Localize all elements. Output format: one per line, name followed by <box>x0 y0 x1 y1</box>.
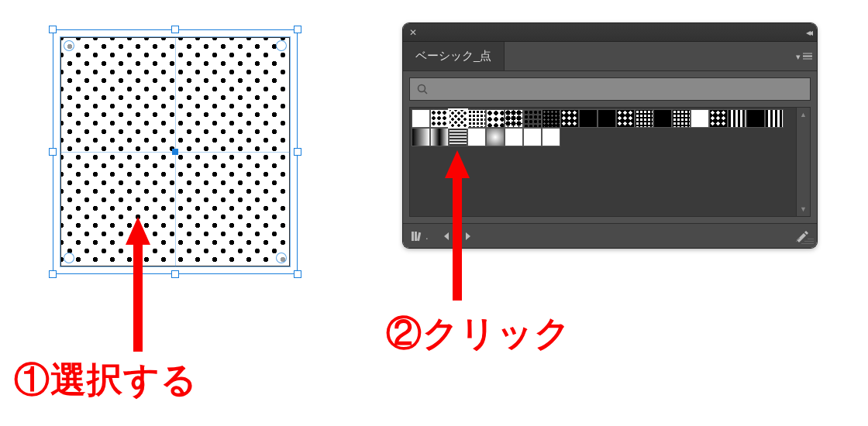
resize-handle-bl[interactable] <box>49 270 57 278</box>
resize-handle-b[interactable] <box>171 270 179 278</box>
swatch-dot-staggered-small[interactable] <box>449 109 467 128</box>
menu-triangle-icon: ▾ <box>796 51 801 61</box>
swatch-stripe-vertical[interactable] <box>728 109 746 128</box>
svg-point-0 <box>418 85 425 92</box>
dropdown-caret-icon: . <box>425 230 429 242</box>
svg-marker-6 <box>466 232 470 240</box>
swatch-gradient-lr[interactable] <box>412 128 430 146</box>
swatch-inverse-dot-large[interactable] <box>616 109 635 128</box>
swatch-dot-sparse[interactable] <box>430 109 449 128</box>
annotation-label-2: ②クリック <box>386 310 571 358</box>
swatch-white-2[interactable] <box>691 109 709 128</box>
resize-handle-l[interactable] <box>49 148 57 156</box>
panel-body: ▲ ▼ <box>403 71 817 223</box>
svg-marker-5 <box>444 232 449 240</box>
swatch-dot-on-black-small[interactable] <box>542 109 560 128</box>
swatch-gradient-center[interactable] <box>430 128 449 146</box>
swatch-black-2[interactable] <box>598 109 616 128</box>
swatch-dot-heavy[interactable] <box>505 109 523 128</box>
swatch-horizontal-lines[interactable] <box>449 128 467 146</box>
svg-rect-4 <box>417 232 421 240</box>
swatch-dot-dark[interactable] <box>523 109 542 128</box>
swatch-inverse-dense[interactable] <box>672 109 691 128</box>
panel-tabbar: ベーシック_点 ▾ <box>403 42 817 71</box>
resize-handle-t[interactable] <box>171 26 179 33</box>
resize-handle-tl[interactable] <box>49 26 57 33</box>
prev-swatch-icon <box>443 232 450 241</box>
resize-handle-r[interactable] <box>294 148 301 156</box>
swatch-dot-dense[interactable] <box>467 109 486 128</box>
resize-handle-tr[interactable] <box>294 26 301 33</box>
svg-rect-2 <box>412 232 414 241</box>
panel-footer: . <box>403 223 817 248</box>
swatch-inverse-heavy[interactable] <box>709 109 728 128</box>
swatch-dot-large[interactable] <box>486 109 505 128</box>
panel-titlebar[interactable]: ✕ ◂◂ <box>403 23 817 42</box>
swatch-black-3[interactable] <box>653 109 672 128</box>
library-icon <box>411 230 425 242</box>
collapse-icon[interactable]: ◂◂ <box>806 27 811 38</box>
resize-handle-br[interactable] <box>294 270 301 278</box>
tab-label: ベーシック_点 <box>415 49 491 64</box>
swatch-gradient-radial[interactable] <box>486 128 505 146</box>
annotation-label-1: ①選択する <box>14 356 198 404</box>
swatch-blank-2[interactable] <box>523 128 542 146</box>
canvas <box>53 29 298 274</box>
next-swatch-icon <box>464 232 472 241</box>
tab-basic-dots[interactable]: ベーシック_点 <box>403 42 505 70</box>
search-input[interactable] <box>433 83 804 95</box>
swatch-inverse-dot-small[interactable] <box>635 109 653 128</box>
swatch-search[interactable] <box>409 77 811 101</box>
next-swatch-button[interactable] <box>464 232 472 241</box>
swatch-gradient-white[interactable] <box>467 128 486 146</box>
swatches-panel: ✕ ◂◂ ベーシック_点 ▾ ▲ ▼ <box>403 23 817 248</box>
resize-grip[interactable] <box>801 236 814 246</box>
svg-line-1 <box>425 91 428 94</box>
panel-menu-icon <box>803 53 812 60</box>
search-icon <box>416 83 429 95</box>
swatch-stripe-vertical-2[interactable] <box>765 109 784 128</box>
selected-polka-dot-object[interactable] <box>53 29 298 274</box>
center-point[interactable] <box>172 149 178 155</box>
prev-swatch-button[interactable] <box>443 232 450 241</box>
scroll-up-icon[interactable]: ▲ <box>800 111 807 119</box>
swatch-blank-1[interactable] <box>505 128 523 146</box>
close-icon[interactable]: ✕ <box>409 28 417 37</box>
swatch-grid <box>410 108 810 216</box>
swatch-blank-3[interactable] <box>542 128 560 146</box>
swatch-dot-on-black[interactable] <box>560 109 579 128</box>
scroll-down-icon[interactable]: ▼ <box>800 205 807 213</box>
panel-menu-button[interactable]: ▾ <box>796 51 812 61</box>
svg-rect-3 <box>415 232 417 241</box>
swatch-white[interactable] <box>412 109 430 128</box>
scrollbar: ▲ ▼ <box>796 108 810 216</box>
swatch-black[interactable] <box>579 109 598 128</box>
library-menu-button[interactable]: . <box>411 230 429 242</box>
swatch-black-4[interactable] <box>746 109 765 128</box>
